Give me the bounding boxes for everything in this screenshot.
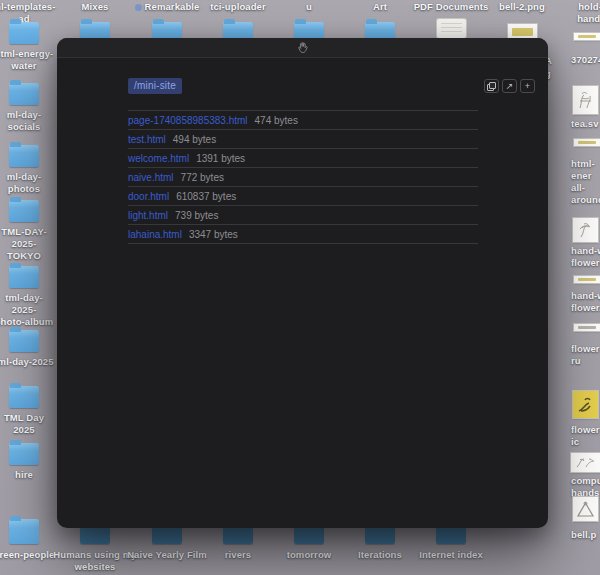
folder-icon[interactable]: [9, 145, 39, 167]
image-thumbnail-icon[interactable]: [573, 218, 598, 242]
desktop-icon-label: bell.p: [571, 529, 600, 541]
file-link[interactable]: test.html: [128, 134, 166, 145]
image-thumbnail-icon[interactable]: [571, 453, 600, 472]
desktop-icon-label: Remarkable: [127, 1, 207, 13]
folder-icon[interactable]: [9, 330, 39, 352]
file-size: 1391 bytes: [196, 153, 245, 164]
desktop-icon-label: bell-2.png: [482, 1, 562, 13]
desktop-icon-label: Art: [340, 1, 420, 13]
desktop-icon-label: Iterations: [358, 549, 402, 561]
desktop-icon-label: hand-w flower.: [571, 290, 600, 314]
desktop-icon-label: TML Day 2025: [0, 412, 54, 436]
file-list: page-1740858985383.html474 bytes test.ht…: [128, 110, 478, 244]
image-thumbnail-icon[interactable]: [573, 391, 598, 418]
add-button[interactable]: +: [520, 79, 535, 93]
desktop-icon-label: Internet index: [419, 549, 483, 561]
folder-icon[interactable]: [9, 443, 39, 465]
desktop-icon-label: hand-w flowers: [571, 245, 600, 269]
document-stack-icon[interactable]: [437, 19, 466, 38]
desktop-icon-label: 370274: [571, 54, 600, 66]
desktop-icon-label: tml-day-2025- photo-album: [0, 292, 54, 328]
desktop-icon-label: tml-day-2025: [0, 356, 54, 368]
desktop-item: html-energy- water: [0, 22, 54, 72]
desktop-icon-label: tci-uploader: [198, 1, 278, 13]
sketch-art: [576, 89, 595, 111]
image-thumbnail-icon[interactable]: [574, 324, 600, 331]
file-size: 739 bytes: [175, 210, 218, 221]
desktop-item: hire: [0, 443, 54, 481]
copy-icon: [487, 82, 496, 91]
desktop-item: TML-DAY-2025- TOKYO: [0, 200, 54, 262]
sketch-art: [576, 395, 595, 415]
file-link[interactable]: welcome.html: [128, 153, 189, 164]
sketch-art: [574, 456, 598, 470]
desktop-icon-label: rivers: [225, 549, 251, 561]
desktop-icon-label: PDF Documents: [411, 1, 491, 13]
image-thumbnail-icon[interactable]: [574, 33, 600, 40]
file-row: page-1740858985383.html474 bytes: [128, 111, 478, 130]
file-size: 474 bytes: [255, 115, 298, 126]
file-browser-window: /mini-site ↗ + page-1740858985383.html47…: [57, 38, 548, 528]
folder-icon[interactable]: [9, 519, 39, 544]
file-link[interactable]: light.html: [128, 210, 168, 221]
file-size: 3347 bytes: [189, 229, 238, 240]
file-row: welcome.html1391 bytes: [128, 149, 478, 168]
path-badge[interactable]: /mini-site: [128, 78, 182, 94]
desktop-icon-label: Mixes: [55, 1, 135, 13]
window-titlebar[interactable]: [57, 38, 548, 58]
folder-icon[interactable]: [9, 200, 39, 222]
desktop-icon-label: flower-ru: [571, 343, 600, 367]
desktop-icon-label: TML-DAY-2025- TOKYO: [0, 226, 54, 262]
file-row: light.html739 bytes: [128, 206, 478, 225]
file-row: test.html494 bytes: [128, 130, 478, 149]
folder-icon[interactable]: [9, 386, 39, 408]
desktop-icon-label: green-people: [0, 549, 54, 561]
path-toolbar-row: /mini-site ↗ +: [128, 78, 535, 94]
file-row: naive.html772 bytes: [128, 168, 478, 187]
file-row: door.html610837 bytes: [128, 187, 478, 206]
image-thumbnail-icon[interactable]: [574, 139, 600, 146]
open-external-icon: ↗: [506, 81, 514, 92]
file-link[interactable]: door.html: [128, 191, 169, 202]
desktop-item: tml-day-2025: [0, 330, 54, 368]
add-icon: +: [525, 81, 530, 92]
open-external-button[interactable]: ↗: [502, 79, 517, 93]
bell-sketch-art: [576, 500, 595, 518]
desktop-icon-label: tea.sv: [571, 118, 600, 130]
desktop-icon-label: tomorrow: [287, 549, 332, 561]
file-link[interactable]: page-1740858985383.html: [128, 115, 248, 126]
image-thumbnail-icon[interactable]: [574, 276, 600, 283]
desktop-icon-label: hold-n hand.p: [553, 1, 600, 25]
desktop-icon-label: html-energy- water: [0, 48, 53, 72]
desktop-icon-label: u: [269, 1, 349, 13]
copy-button[interactable]: [484, 79, 499, 93]
file-row: lahaina.html3347 bytes: [128, 225, 478, 244]
desktop-item: tml-day-2025- photo-album: [0, 266, 54, 328]
image-thumbnail-icon[interactable]: [573, 86, 598, 114]
desktop-icon-label: hire: [15, 469, 33, 481]
drag-hand-icon[interactable]: [296, 41, 309, 54]
desktop-item: ml-day-socials: [0, 83, 54, 133]
folder-icon[interactable]: [9, 83, 39, 105]
desktop-item: TML Day 2025: [0, 386, 54, 436]
file-link[interactable]: lahaina.html: [128, 229, 182, 240]
window-toolbar: ↗ +: [484, 79, 535, 93]
file-link[interactable]: naive.html: [128, 172, 174, 183]
sketch-art: [576, 221, 595, 239]
file-size: 610837 bytes: [176, 191, 236, 202]
folder-icon[interactable]: [9, 22, 39, 44]
desktop-item: ml-day-photos: [0, 145, 54, 195]
desktop-icon-label: ml-day-socials: [0, 109, 54, 133]
sync-dot-icon: [135, 4, 142, 11]
desktop-icon-label: ml-day-photos: [0, 171, 54, 195]
file-size: 772 bytes: [181, 172, 224, 183]
image-thumbnail-icon[interactable]: [573, 497, 598, 521]
folder-icon[interactable]: [9, 266, 39, 288]
file-size: 494 bytes: [173, 134, 216, 145]
desktop-icon-label: compu hands.: [571, 475, 600, 499]
desktop-icon-label: html-ener all-around: [571, 158, 600, 206]
desktop-icon-label: flower-ic: [571, 424, 600, 448]
